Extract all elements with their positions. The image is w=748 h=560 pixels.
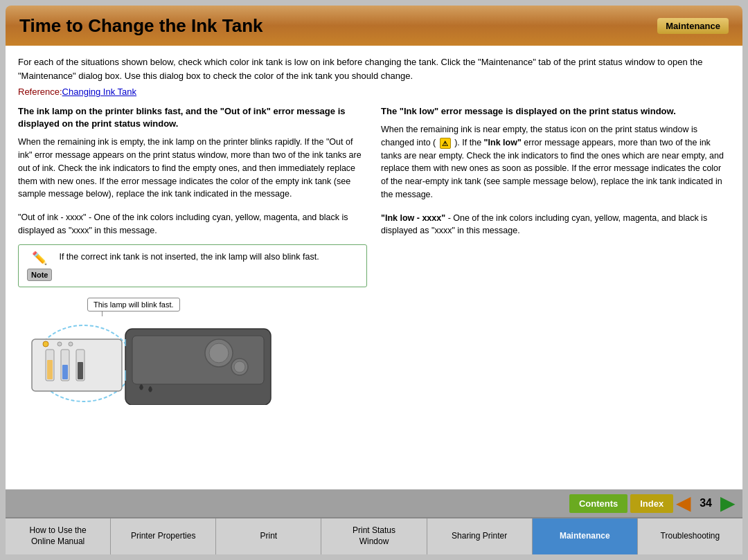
right-column: The "Ink low" error message is displayed… <box>381 105 730 480</box>
printer-diagram: This lamp will blink fast. <box>18 294 281 405</box>
right-body1: When the remaining ink is near empty, th… <box>381 123 730 201</box>
contents-button[interactable]: Contents <box>569 494 627 513</box>
svg-point-8 <box>43 341 48 347</box>
printer-svg <box>18 315 274 405</box>
tab-troubleshooting[interactable]: Troubleshooting <box>638 518 742 554</box>
index-button[interactable]: Index <box>630 494 673 513</box>
left-column: The ink lamp on the printer blinks fast,… <box>18 105 367 480</box>
two-column-layout: The ink lamp on the printer blinks fast,… <box>18 105 730 480</box>
tab-bar: How to Use theOnline Manual Printer Prop… <box>6 517 742 554</box>
note-label: Note <box>27 269 52 281</box>
right-heading: The "Ink low" error message is displayed… <box>381 105 730 118</box>
page-header: Time to Change the Ink Tank Maintenance <box>6 6 742 46</box>
bottom-navigation: Contents Index ◀ 34 ▶ <box>6 489 742 517</box>
main-content: For each of the situations shown below, … <box>6 46 742 489</box>
note-pencil-icon: ✏️ <box>32 251 47 266</box>
left-body2: "Out of ink - xxxx" - One of the ink col… <box>18 211 367 237</box>
svg-point-9 <box>57 342 62 346</box>
tab-maintenance[interactable]: Maintenance <box>533 518 638 554</box>
reference-label: Reference: <box>18 87 62 97</box>
warning-icon: ⚠ <box>440 138 451 149</box>
tab-print-status[interactable]: Print StatusWindow <box>321 518 427 554</box>
changing-ink-tank-link[interactable]: Changing Ink Tank <box>62 87 136 97</box>
left-heading: The ink lamp on the printer blinks fast,… <box>18 105 367 130</box>
tab-how-to-use[interactable]: How to Use theOnline Manual <box>6 518 111 554</box>
back-button[interactable]: ◀ <box>676 494 691 513</box>
svg-rect-7 <box>78 362 83 379</box>
right-body2: "Ink low - xxxx" - One of the ink colors… <box>381 212 730 238</box>
intro-paragraph: For each of the situations shown below, … <box>18 55 730 82</box>
svg-point-14 <box>209 343 229 363</box>
left-body1: When the remaining ink is empty, the ink… <box>18 136 367 201</box>
svg-point-16 <box>234 361 245 372</box>
svg-rect-5 <box>62 365 68 379</box>
lamp-tooltip: This lamp will blink fast. <box>87 298 180 311</box>
maintenance-badge: Maintenance <box>657 18 729 34</box>
forward-button[interactable]: ▶ <box>720 494 736 513</box>
note-text: If the correct ink tank is not inserted,… <box>59 251 319 264</box>
reference-line: Reference:Changing Ink Tank <box>18 87 730 97</box>
note-box: ✏️ Note If the correct ink tank is not i… <box>18 244 367 287</box>
svg-point-10 <box>69 342 73 346</box>
page-number: 34 <box>694 497 718 509</box>
page-title: Time to Change the Ink Tank <box>19 15 263 37</box>
tab-printer-properties[interactable]: Printer Properties <box>111 518 216 554</box>
tab-sharing-printer[interactable]: Sharing Printer <box>427 518 533 554</box>
tab-print[interactable]: Print <box>216 518 321 554</box>
svg-rect-3 <box>47 360 53 379</box>
